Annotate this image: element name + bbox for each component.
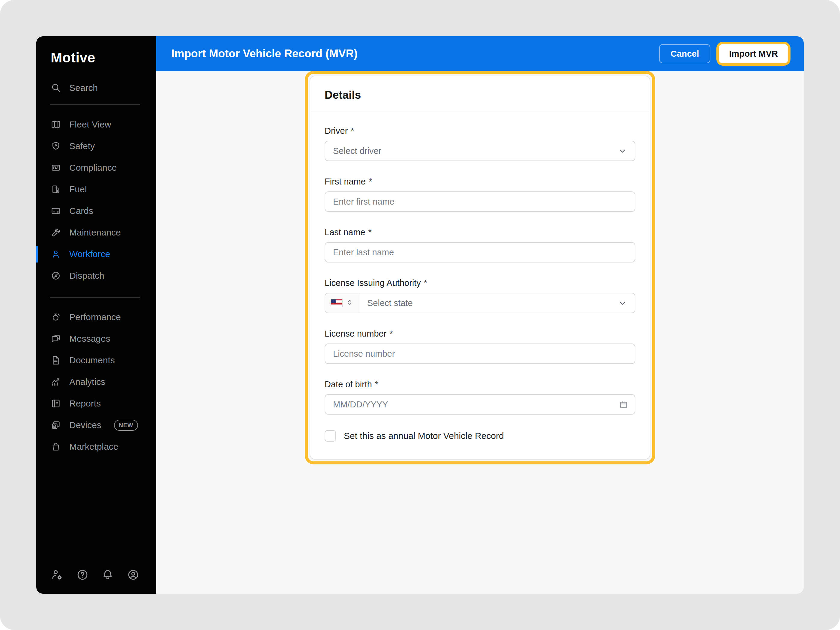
- last-name-field-group: Last name *: [325, 227, 635, 262]
- sidebar-nav-group-2: Performance Messages Documents Analytics…: [36, 306, 156, 458]
- map-icon: [51, 119, 61, 129]
- license-number-field-group: License number *: [325, 329, 635, 364]
- sidebar-item-performance[interactable]: Performance: [36, 306, 156, 328]
- license-authority-field-group: License Issuing Authority * S: [325, 278, 635, 313]
- sidebar-item-label: Cards: [69, 206, 93, 216]
- sidebar-item-fuel[interactable]: Fuel: [36, 178, 156, 200]
- page-header: Import Motor Vehicle Record (MVR) Cancel…: [156, 36, 804, 71]
- first-name-input[interactable]: [325, 191, 635, 212]
- license-authority-label: License Issuing Authority *: [325, 278, 635, 288]
- cancel-button[interactable]: Cancel: [659, 44, 711, 63]
- first-name-label-text: First name: [325, 177, 366, 186]
- dob-label: Date of birth *: [325, 379, 635, 389]
- annual-mvr-checkbox[interactable]: [325, 430, 336, 442]
- chat-bubbles-icon: [51, 333, 61, 344]
- analytics-chart-icon: [51, 377, 61, 387]
- shield-icon: [51, 141, 61, 151]
- license-authority-combo: Select state: [325, 293, 635, 313]
- chevron-down-icon: [618, 298, 627, 308]
- document-icon: [51, 355, 61, 365]
- required-marker: *: [389, 329, 393, 339]
- sidebar-search[interactable]: Search: [51, 82, 156, 93]
- notifications-bell-icon[interactable]: [101, 568, 114, 581]
- shopping-bag-icon: [51, 442, 61, 452]
- details-card: Details Driver * Select driver: [309, 76, 651, 459]
- sidebar-item-label: Performance: [69, 312, 121, 322]
- fuel-pump-icon: [51, 184, 61, 194]
- sidebar-item-label: Maintenance: [69, 227, 121, 238]
- annual-mvr-checkbox-row[interactable]: Set this as annual Motor Vehicle Record: [325, 430, 635, 442]
- wrench-icon: [51, 227, 61, 238]
- sidebar-item-label: Devices: [69, 420, 101, 430]
- sidebar-item-devices[interactable]: Devices NEW: [36, 414, 156, 436]
- new-badge: NEW: [114, 420, 138, 431]
- license-number-label-text: License number: [325, 329, 387, 339]
- sidebar-nav-group-1: Fleet View Safety Compliance Fuel Cards: [36, 114, 156, 286]
- sidebar-item-label: Compliance: [69, 163, 117, 173]
- credit-card-icon: [51, 206, 61, 216]
- sidebar-item-reports[interactable]: Reports: [36, 393, 156, 414]
- sidebar-item-cards[interactable]: Cards: [36, 200, 156, 222]
- license-number-label: License number *: [325, 329, 635, 339]
- sidebar: Motive Search Fleet View Safety Complian…: [36, 36, 156, 594]
- sidebar-item-label: Fleet View: [69, 119, 111, 129]
- import-mvr-button[interactable]: Import MVR: [719, 44, 788, 63]
- state-select[interactable]: Select state: [359, 294, 635, 313]
- sidebar-item-compliance[interactable]: Compliance: [36, 157, 156, 178]
- devices-icon: [51, 420, 61, 430]
- sidebar-divider: [50, 104, 140, 105]
- header-actions: Cancel Import MVR: [659, 42, 791, 66]
- flag-canton: [331, 299, 336, 303]
- person-icon: [51, 249, 61, 259]
- sidebar-item-fleet-view[interactable]: Fleet View: [36, 114, 156, 135]
- driver-select[interactable]: Select driver: [325, 141, 635, 161]
- required-marker: *: [351, 126, 354, 136]
- required-marker: *: [369, 177, 372, 186]
- admin-user-gear-icon[interactable]: [51, 568, 63, 581]
- app-window: Motive Search Fleet View Safety Complian…: [36, 36, 804, 594]
- sidebar-item-analytics[interactable]: Analytics: [36, 371, 156, 393]
- desktop-background: Motive Search Fleet View Safety Complian…: [0, 0, 840, 630]
- dob-input[interactable]: [325, 394, 635, 415]
- help-icon[interactable]: [76, 568, 89, 581]
- driver-label-text: Driver: [325, 126, 348, 136]
- import-button-highlight-ring: Import MVR: [717, 42, 791, 66]
- state-select-placeholder: Select state: [367, 298, 413, 308]
- sidebar-item-label: Dispatch: [69, 271, 104, 281]
- first-name-field-group: First name *: [325, 177, 635, 212]
- card-body: Driver * Select driver First name *: [310, 112, 650, 459]
- sidebar-item-label: Messages: [69, 333, 111, 344]
- sidebar-item-workforce[interactable]: Workforce: [36, 243, 156, 265]
- sidebar-item-label: Marketplace: [69, 442, 118, 452]
- calendar-icon[interactable]: [619, 400, 628, 409]
- country-selector[interactable]: [325, 294, 359, 313]
- last-name-input[interactable]: [325, 242, 635, 262]
- active-indicator-bar: [36, 246, 38, 262]
- sidebar-item-label: Safety: [69, 141, 95, 151]
- sidebar-item-marketplace[interactable]: Marketplace: [36, 436, 156, 458]
- last-name-label-text: Last name: [325, 227, 365, 237]
- sidebar-item-safety[interactable]: Safety: [36, 135, 156, 157]
- dispatch-icon: [51, 271, 61, 281]
- dob-field-group: Date of birth *: [325, 379, 635, 415]
- sidebar-item-messages[interactable]: Messages: [36, 328, 156, 349]
- license-number-input[interactable]: [325, 344, 635, 364]
- page-title: Import Motor Vehicle Record (MVR): [171, 47, 358, 60]
- compliance-icon: [51, 163, 61, 173]
- sidebar-item-label: Fuel: [69, 184, 87, 194]
- sidebar-item-maintenance[interactable]: Maintenance: [36, 222, 156, 243]
- details-card-highlight-ring: Details Driver * Select driver: [305, 71, 655, 464]
- sidebar-item-dispatch[interactable]: Dispatch: [36, 265, 156, 286]
- motive-logo: Motive: [36, 36, 156, 66]
- dob-input-wrap: [325, 394, 635, 415]
- last-name-label: Last name *: [325, 227, 635, 237]
- us-flag-icon: [331, 299, 343, 307]
- sidebar-item-documents[interactable]: Documents: [36, 349, 156, 371]
- driver-field-group: Driver * Select driver: [325, 126, 635, 161]
- driver-label: Driver *: [325, 126, 635, 136]
- account-icon[interactable]: [127, 568, 139, 581]
- search-label: Search: [69, 83, 98, 93]
- dob-label-text: Date of birth: [325, 379, 372, 389]
- report-list-icon: [51, 398, 61, 409]
- sidebar-item-label: Workforce: [69, 249, 110, 259]
